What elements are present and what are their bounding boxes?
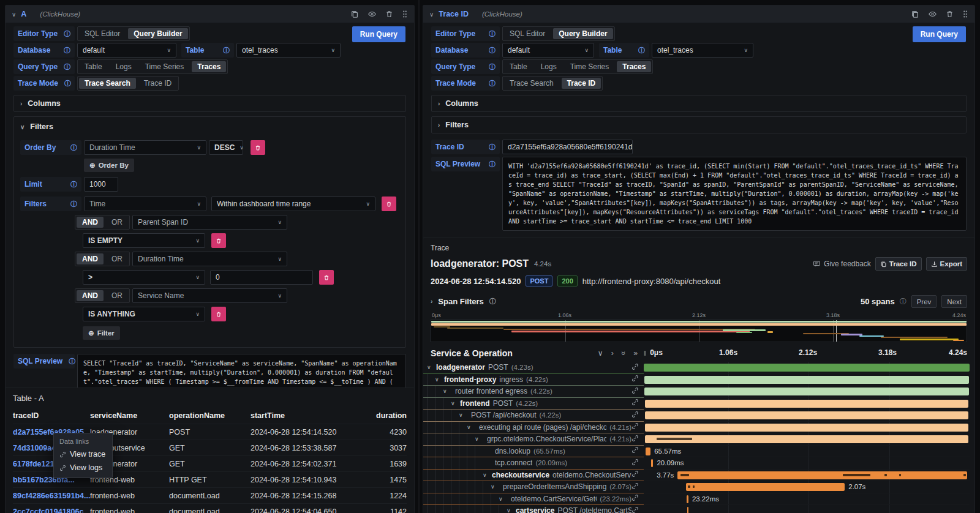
span-name-cell[interactable]: ∨grpc.oteldemo.CheckoutService/PlaceOrde… <box>423 433 644 446</box>
filters-section-toggle[interactable]: ∨Filters <box>14 117 405 133</box>
trace-mode-id[interactable]: Trace ID <box>137 77 179 90</box>
run-query-button[interactable]: Run Query <box>352 26 405 42</box>
filter-operator-select[interactable]: IS EMPTY∨ <box>83 233 205 248</box>
filter-field-select[interactable]: Parent Span ID∨ <box>132 215 287 230</box>
span-timeline-cell[interactable]: 2.07s <box>644 481 970 493</box>
span-bar[interactable] <box>645 400 969 408</box>
expander-chevron-icon[interactable]: ∨ <box>499 496 508 502</box>
span-name-cell[interactable]: ∨cartservicePOST /oteldemo.CartService/G… <box>423 505 644 513</box>
filter-field-select[interactable]: Service Name∨ <box>132 288 287 303</box>
span-row[interactable]: ∨frontend-proxyingress(4.22s) <box>423 374 974 386</box>
or-option[interactable]: OR <box>105 252 129 266</box>
filters-section-toggle[interactable]: ›Filters <box>432 117 966 133</box>
prev-span-button[interactable]: Prev <box>911 295 937 308</box>
span-bar[interactable] <box>651 459 653 467</box>
span-name-cell[interactable]: ∨oteldemo.CartService/GetCart(23.22ms) <box>423 493 644 506</box>
expander-chevron-icon[interactable]: ∨ <box>435 376 444 383</box>
info-icon[interactable]: ⓘ <box>217 46 230 55</box>
database-select[interactable]: default∨ <box>502 43 594 58</box>
info-icon[interactable]: ⓘ <box>483 160 496 169</box>
delete-query-icon[interactable] <box>385 10 393 18</box>
span-name-cell[interactable]: ∨loadgeneratorPOST(4.23s) <box>423 362 644 374</box>
limit-input[interactable]: 1000 <box>84 177 118 192</box>
column-header-traceid[interactable]: traceID <box>13 411 90 420</box>
span-name-cell[interactable]: ∨checkoutserviceoteldemo.CheckoutService… <box>423 470 644 482</box>
span-bar[interactable] <box>644 364 970 372</box>
span-row[interactable]: ∨oteldemo.CartService/GetCart(23.22ms)23… <box>423 493 974 506</box>
query-builder-option[interactable]: Query Builder <box>128 28 187 39</box>
span-timeline-cell[interactable] <box>644 505 970 513</box>
filter-operator-select[interactable]: IS ANYTHING∨ <box>83 307 205 321</box>
remove-order-by-button[interactable] <box>251 140 265 155</box>
span-row[interactable]: ∨loadgeneratorPOST(4.23s) <box>423 362 974 374</box>
query-type-table[interactable]: Table <box>78 60 109 73</box>
span-bar[interactable] <box>644 376 969 384</box>
delete-query-icon[interactable] <box>946 10 954 18</box>
hide-response-eye-icon[interactable] <box>928 10 937 18</box>
sql-editor-option[interactable]: SQL Editor <box>503 27 552 40</box>
expander-chevron-icon[interactable]: ∨ <box>459 412 468 418</box>
collapse-query-icon[interactable]: ∨ <box>12 11 16 18</box>
filter-operator-select[interactable]: >∨ <box>83 270 205 285</box>
expander-chevron-icon[interactable]: ∨ <box>491 484 500 490</box>
trace-mode-search[interactable]: Trace Search <box>503 77 560 90</box>
give-feedback-button[interactable]: Give feedback <box>813 260 871 268</box>
trace-mode-id[interactable]: Trace ID <box>562 78 601 89</box>
trace-mode-search[interactable]: Trace Search <box>79 78 136 89</box>
columns-section-toggle[interactable]: ›Columns <box>14 95 405 111</box>
span-row[interactable]: dns.lookup(65.57ms)65.57ms <box>423 446 974 458</box>
expander-chevron-icon[interactable]: ∨ <box>483 472 492 478</box>
collapse-all-icon[interactable]: » <box>619 351 628 356</box>
query-type-table[interactable]: Table <box>503 60 534 73</box>
info-icon[interactable]: ⓘ <box>900 297 907 306</box>
span-row[interactable]: ∨executing api route (pages) /api/checko… <box>423 422 974 434</box>
remove-filter-button[interactable] <box>211 233 226 248</box>
filter-operator-select[interactable]: Within dashboard time range∨ <box>211 197 375 211</box>
collapse-query-icon[interactable]: ∨ <box>429 11 434 18</box>
filter-value-input[interactable]: 0 <box>210 270 313 285</box>
span-name-cell[interactable]: ∨POST /api/checkout(4.22s) <box>423 410 644 422</box>
column-header-operationname[interactable]: operationName <box>169 411 251 420</box>
expand-one-icon[interactable]: › <box>611 349 614 358</box>
trace-id-link[interactable]: 2cc7ccfc01941806c... <box>13 507 90 513</box>
export-button[interactable]: Export <box>926 257 967 271</box>
order-by-field-select[interactable]: Duration Time∨ <box>84 140 206 155</box>
info-icon[interactable]: ⓘ <box>483 46 496 55</box>
span-row[interactable]: ∨checkoutserviceoteldemo.CheckoutService… <box>423 470 974 482</box>
info-icon[interactable]: ⓘ <box>483 29 496 39</box>
run-query-button[interactable]: Run Query <box>913 26 966 42</box>
expander-chevron-icon[interactable]: ∨ <box>427 364 436 370</box>
span-bar[interactable] <box>645 424 968 432</box>
span-name-cell[interactable]: ∨router frontend egress(4.22s) <box>423 386 644 398</box>
query-type-traces[interactable]: Traces <box>192 61 226 72</box>
span-bar[interactable] <box>686 483 845 491</box>
span-timeline-cell[interactable] <box>644 410 970 422</box>
span-timeline-cell[interactable] <box>644 398 970 410</box>
info-icon[interactable]: ⓘ <box>64 200 77 209</box>
span-name-cell[interactable]: ∨frontendPOST(4.22s) <box>423 398 644 410</box>
span-timeline-cell[interactable] <box>644 386 970 398</box>
table-select[interactable]: otel_traces∨ <box>236 43 341 58</box>
info-icon[interactable]: ⓘ <box>58 62 70 72</box>
span-bar[interactable] <box>645 435 968 443</box>
span-timeline-cell[interactable]: 20.09ms <box>644 457 970 470</box>
span-name-cell[interactable]: ∨prepareOrderItemsAndShippingQuoteFromCa… <box>423 481 644 493</box>
query-type-traces[interactable]: Traces <box>617 61 651 72</box>
expander-chevron-icon[interactable]: ∨ <box>443 388 452 394</box>
span-row[interactable]: ∨router frontend egress(4.22s) <box>423 386 974 398</box>
and-option[interactable]: AND <box>77 290 104 301</box>
info-icon[interactable]: ⓘ <box>58 29 70 39</box>
info-icon[interactable]: ⓘ <box>64 180 77 189</box>
table-select[interactable]: otel_traces∨ <box>652 43 753 58</box>
span-bar[interactable] <box>687 507 689 513</box>
drag-handle-icon[interactable] <box>962 10 968 18</box>
add-order-by-button[interactable]: ⊕Order By <box>84 159 134 172</box>
span-row[interactable]: ∨prepareOrderItemsAndShippingQuoteFromCa… <box>423 481 974 493</box>
span-bar[interactable] <box>687 495 688 503</box>
span-row[interactable]: tcp.connect(20.09ms)20.09ms <box>423 457 974 470</box>
span-row[interactable]: ∨cartservicePOST /oteldemo.CartService/G… <box>423 505 974 513</box>
expander-chevron-icon[interactable]: ∨ <box>507 507 516 513</box>
span-link-icon[interactable] <box>631 482 644 492</box>
column-header-duration[interactable]: duration <box>371 411 407 420</box>
span-timeline-cell[interactable] <box>644 433 970 446</box>
